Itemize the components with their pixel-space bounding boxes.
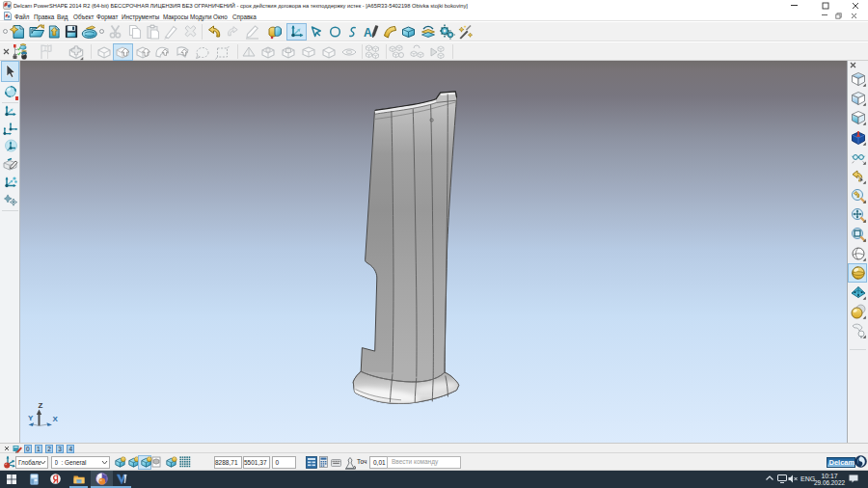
svg-text:A: A [364,26,372,40]
svg-text:X: X [53,415,59,423]
svg-text:Z: Z [39,401,43,410]
svg-text:Y: Y [28,414,34,422]
